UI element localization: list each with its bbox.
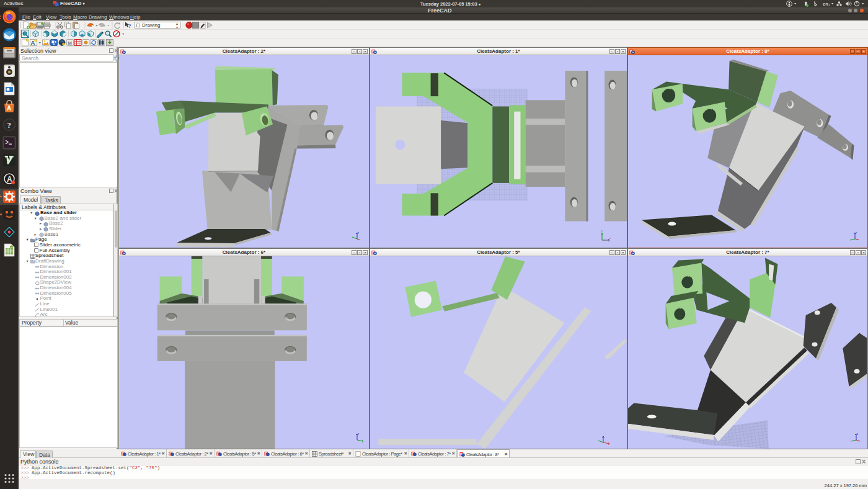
svg-text:?: ? [7, 120, 12, 130]
svg-text:x: x [609, 236, 611, 240]
svg-text:A: A [7, 105, 11, 112]
svg-text:Y: Y [601, 230, 603, 233]
svg-text:1: 1 [828, 3, 830, 7]
svg-text:z: z [358, 432, 359, 435]
svg-text:en: en [823, 1, 828, 7]
svg-text:z: z [856, 231, 857, 234]
svg-text:?: ? [128, 23, 131, 29]
svg-text:M: M [68, 40, 72, 46]
svg-text:z: z [857, 432, 858, 435]
svg-text:z: z [358, 231, 359, 234]
